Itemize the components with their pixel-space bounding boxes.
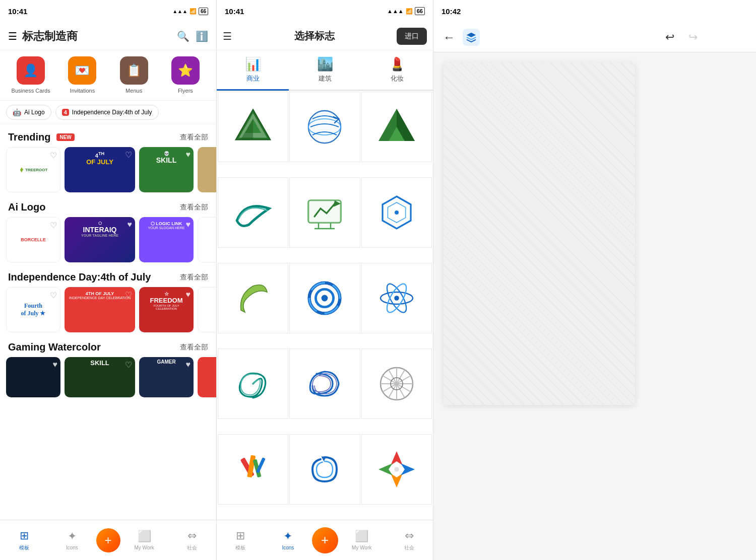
info-icon[interactable]: ℹ️ — [196, 30, 208, 42]
template-treeroot[interactable]: ♡ 🌵 TREEROOT — [6, 147, 60, 192]
template-game1[interactable]: ♥ — [6, 357, 60, 397]
logo-12[interactable] — [361, 348, 432, 419]
tag-ai-logo[interactable]: 🤖 Ai Logo — [6, 105, 51, 120]
template-fourthofjuly[interactable]: ♡ 4TH OF JULY — [65, 147, 135, 192]
template-borcelle[interactable]: ♡ BORCELLE — [6, 217, 60, 262]
template-fourth-cursive[interactable]: ♡ Fourthof July ★ — [6, 287, 60, 332]
templates-label-1: 模板 — [19, 544, 29, 551]
cat-menus[interactable]: 📋 Menus — [111, 56, 157, 94]
template-skill[interactable]: ♥ 💀 SKILL — [139, 147, 194, 192]
toolbar-middle: ↩ ↪ — [660, 28, 703, 47]
p2-nav-templates[interactable]: ⊞ 模板 — [217, 529, 264, 551]
p2-templates-label: 模板 — [235, 544, 245, 551]
nav-icons-1[interactable]: ✦ Icons — [48, 530, 96, 550]
template-gaming-extra[interactable] — [198, 357, 216, 397]
template-4th-patriotic[interactable]: ♡ 4TH OF JULY INDEPENDENCE DAY CELEBRATI… — [65, 287, 135, 332]
logo-15[interactable] — [361, 434, 432, 505]
skill-heart[interactable]: ♥ — [186, 150, 191, 159]
logo-7[interactable] — [218, 263, 288, 333]
template-ai-extra[interactable] — [198, 217, 216, 262]
logo-1[interactable] — [218, 92, 288, 162]
search-icon[interactable]: 🔍 — [177, 30, 190, 42]
tab-business[interactable]: 📊 商业 — [217, 50, 289, 91]
logo-11[interactable] — [289, 348, 360, 419]
menus-icon: 📋 — [120, 56, 148, 85]
template-ind-extra[interactable] — [198, 287, 216, 332]
status-bar-3: 10:42 ▲▲▲ 📶 65 — [433, 0, 756, 22]
treeroot-heart[interactable]: ♡ — [50, 151, 57, 160]
logo-5[interactable] — [289, 177, 360, 248]
logo-4[interactable] — [218, 177, 288, 248]
borcelle-heart[interactable]: ♡ — [50, 221, 57, 230]
p2-icons-label: Icons — [282, 545, 294, 550]
p2-nav-social[interactable]: ⇔ 社会 — [386, 529, 433, 551]
p2-nav-icons[interactable]: ✦ Icons — [264, 530, 311, 550]
tab-architecture[interactable]: 🏙️ 建筑 — [289, 50, 361, 91]
logo-9[interactable] — [361, 263, 432, 333]
template-gamer[interactable]: ♥ GAMER — [139, 357, 194, 397]
canvas-area[interactable] — [433, 52, 645, 560]
independence-see-all[interactable]: 查看全部 — [180, 273, 208, 282]
svg-point-18 — [395, 211, 399, 215]
fourth-cursive-heart[interactable]: ♡ — [50, 291, 57, 300]
logo-2[interactable] — [289, 92, 360, 162]
logo-13[interactable] — [218, 434, 288, 505]
nav-templates-1[interactable]: ⊞ 模板 — [0, 529, 48, 551]
template-game-skill[interactable]: ♡ SKILL — [65, 357, 135, 397]
banana-green-svg — [233, 278, 273, 318]
logo-6[interactable] — [361, 177, 432, 248]
svg-point-22 — [322, 295, 328, 302]
nav-social-1[interactable]: ⇔ 社会 — [168, 529, 216, 551]
layers-button[interactable] — [463, 29, 480, 46]
tag-independence-day[interactable]: 4 Independence Day:4th of July — [55, 105, 159, 120]
template-logic-link[interactable]: ♥ ⬡ LOGIC LINK YOUR SLOGAN HERE — [139, 217, 194, 262]
p2-add-button[interactable]: + — [312, 527, 338, 553]
battery-2: 66 — [415, 7, 425, 15]
svg-point-26 — [394, 296, 399, 301]
cat-flyers[interactable]: ⭐ Flyers — [163, 56, 208, 94]
4th-patriotic-heart[interactable]: ♡ — [125, 290, 132, 300]
logic-link-heart[interactable]: ♥ — [186, 220, 191, 229]
undo-button[interactable]: ↩ — [660, 28, 679, 47]
cat-business-cards[interactable]: 👤 Business Cards — [8, 56, 53, 94]
swoosh-teal-svg — [233, 192, 273, 233]
fourthofjuly-heart[interactable]: ♡ — [125, 150, 132, 160]
import-button[interactable]: 进口 — [397, 28, 427, 45]
template-extra1[interactable] — [198, 147, 216, 192]
gaming-see-all[interactable]: 查看全部 — [180, 343, 208, 352]
templates-icon-1: ⊞ — [20, 529, 29, 542]
logo-14[interactable] — [289, 434, 360, 505]
gamer-heart[interactable]: ♥ — [186, 360, 191, 369]
cat-invitations[interactable]: 💌 Invitations — [59, 56, 105, 94]
hamburger-icon[interactable]: ☰ — [8, 30, 17, 42]
logo-8[interactable] — [289, 263, 360, 333]
nav-icons: 🔍 ℹ️ — [177, 30, 208, 42]
p2-mywork-icon: ⬜ — [355, 530, 368, 543]
add-button-1[interactable]: + — [96, 528, 120, 552]
tab-cosmetics[interactable]: 💄 化妆 — [361, 50, 433, 91]
ai-logo-see-all[interactable]: 查看全部 — [180, 203, 208, 212]
p2-social-label: 社会 — [404, 544, 414, 551]
freedom-heart[interactable]: ♥ — [186, 290, 191, 299]
architecture-tab-icon: 🏙️ — [317, 56, 333, 72]
back-button[interactable]: ← — [439, 28, 459, 47]
logo-3[interactable] — [361, 92, 432, 162]
trending-see-all[interactable]: 查看全部 — [180, 133, 208, 142]
template-freedom[interactable]: ♥ ☆ FREEDOM FOURTH OF JULY CELEBRATION — [139, 287, 194, 332]
menu-icon-2[interactable]: ☰ — [223, 30, 232, 42]
trending-title: Trending — [8, 131, 50, 143]
nav-mywork-1[interactable]: ⬜ My Work — [120, 530, 168, 550]
game1-heart[interactable]: ♥ — [53, 360, 58, 369]
canvas-workspace[interactable] — [444, 62, 635, 405]
battery-icon: 66 — [199, 8, 208, 15]
template-interaiq[interactable]: ♥ ⬡ INTERAIQ YOUR TAGLINE HERE — [65, 217, 135, 262]
game-skill-heart[interactable]: ♡ — [125, 360, 132, 370]
p2-nav-mywork[interactable]: ⬜ My Work — [338, 530, 386, 550]
redo-button[interactable]: ↪ — [683, 28, 703, 47]
gaming-templates: ♥ ♡ SKILL ♥ GAMER — [6, 357, 210, 397]
signal-2: ▲▲▲ — [387, 8, 404, 14]
svg-marker-42 — [379, 463, 393, 475]
trending-new-badge: NEW — [56, 133, 74, 141]
interaiq-heart[interactable]: ♥ — [128, 220, 133, 229]
logo-10[interactable] — [218, 348, 288, 419]
